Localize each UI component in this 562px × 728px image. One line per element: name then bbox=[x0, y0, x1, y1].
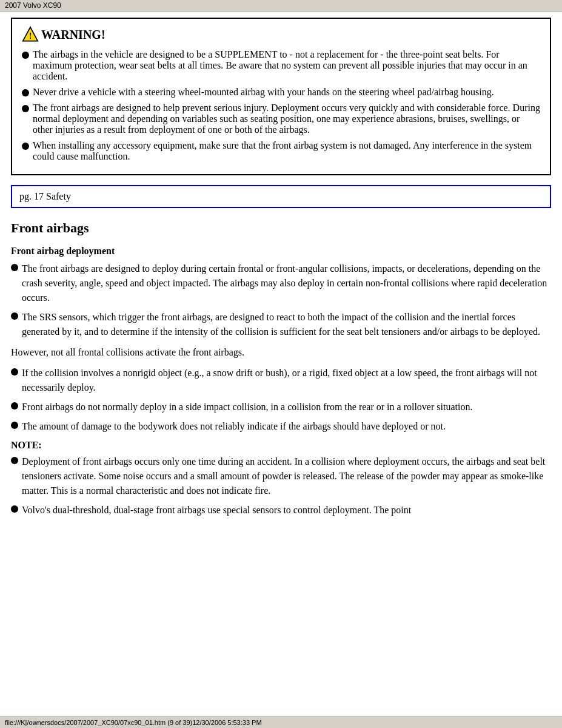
bullet-icon bbox=[22, 89, 29, 96]
note-bullet-list: Deployment of front airbags occurs only … bbox=[11, 454, 551, 517]
note-bullet-1-text: Deployment of front airbags occurs only … bbox=[22, 454, 551, 498]
bullet-icon bbox=[11, 505, 18, 513]
warning-box: ! WARNING! The airbags in the vehicle ar… bbox=[11, 18, 551, 175]
warning-bullet-3: The front airbags are designed to help p… bbox=[22, 103, 540, 135]
subsection2-bullet-3: The amount of damage to the bodywork doe… bbox=[11, 419, 551, 434]
bullet-icon bbox=[11, 368, 18, 376]
page-ref-text: pg. 17 Safety bbox=[19, 191, 71, 201]
warning-bullet-4: When installing any accessory equipment,… bbox=[22, 140, 540, 162]
subsection2-bullet-1-text: If the collision involves a nonrigid obj… bbox=[22, 366, 551, 395]
warning-icon: ! bbox=[22, 26, 39, 43]
svg-text:!: ! bbox=[29, 32, 32, 41]
warning-bullet-2: Never drive a vehicle with a steering wh… bbox=[22, 87, 540, 98]
warning-title-text: WARNING! bbox=[41, 28, 105, 42]
note-title: NOTE: bbox=[11, 440, 551, 451]
warning-bullet-list: The airbags in the vehicle are designed … bbox=[22, 49, 540, 162]
bullet-icon bbox=[11, 402, 18, 410]
warning-bullet-1: The airbags in the vehicle are designed … bbox=[22, 49, 540, 82]
note-bullet-2-text: Volvo's dual-threshold, dual-stage front… bbox=[22, 503, 411, 517]
subsection2-bullet-1: If the collision involves a nonrigid obj… bbox=[11, 366, 551, 395]
bullet-icon bbox=[11, 312, 18, 320]
section-title: Front airbags bbox=[11, 220, 551, 236]
bullet-icon bbox=[22, 105, 29, 112]
warning-bullet-2-text: Never drive a vehicle with a steering wh… bbox=[33, 87, 494, 98]
subsection2-bullet-2-text: Front airbags do not normally deploy in … bbox=[22, 400, 472, 414]
note-bullet-2: Volvo's dual-threshold, dual-stage front… bbox=[11, 503, 551, 517]
note-bullet-1: Deployment of front airbags occurs only … bbox=[11, 454, 551, 498]
warning-bullet-4-text: When installing any accessory equipment,… bbox=[33, 140, 540, 162]
subsection1-title: Front airbag deployment bbox=[11, 246, 551, 257]
browser-title-text: 2007 Volvo XC90 bbox=[5, 1, 61, 10]
bullet-icon bbox=[22, 143, 29, 150]
warning-bullet-3-text: The front airbags are designed to help p… bbox=[33, 103, 540, 135]
bullet-icon bbox=[11, 422, 18, 429]
subsection1-bullet-1-text: The front airbags are designed to deploy… bbox=[22, 261, 551, 305]
subsection1-bullet-1: The front airbags are designed to deploy… bbox=[11, 261, 551, 305]
bullet-icon bbox=[22, 52, 29, 59]
subsection2-bullet-list: If the collision involves a nonrigid obj… bbox=[11, 366, 551, 434]
footer-text: file:///K|/ownersdocs/2007/2007_XC90/07x… bbox=[5, 719, 262, 726]
subsection1-bullet-2: The SRS sensors, which trigger the front… bbox=[11, 310, 551, 339]
bullet-icon bbox=[11, 264, 18, 271]
warning-bullet-1-text: The airbags in the vehicle are designed … bbox=[33, 49, 540, 82]
warning-body: The airbags in the vehicle are designed … bbox=[22, 49, 540, 162]
warning-title: ! WARNING! bbox=[22, 26, 540, 43]
subsection1-bullet-2-text: The SRS sensors, which trigger the front… bbox=[22, 310, 551, 339]
browser-title-bar: 2007 Volvo XC90 bbox=[0, 0, 562, 12]
page-ref-box[interactable]: pg. 17 Safety bbox=[11, 185, 551, 208]
subsection2-bullet-2: Front airbags do not normally deploy in … bbox=[11, 400, 551, 414]
page-content: ! WARNING! The airbags in the vehicle ar… bbox=[0, 12, 562, 548]
paragraph1: However, not all frontal collisions acti… bbox=[11, 345, 551, 360]
footer-bar: file:///K|/ownersdocs/2007/2007_XC90/07x… bbox=[0, 716, 562, 728]
subsection1-bullet-list: The front airbags are designed to deploy… bbox=[11, 261, 551, 339]
bullet-icon bbox=[11, 457, 18, 464]
subsection2-bullet-3-text: The amount of damage to the bodywork doe… bbox=[22, 419, 446, 434]
